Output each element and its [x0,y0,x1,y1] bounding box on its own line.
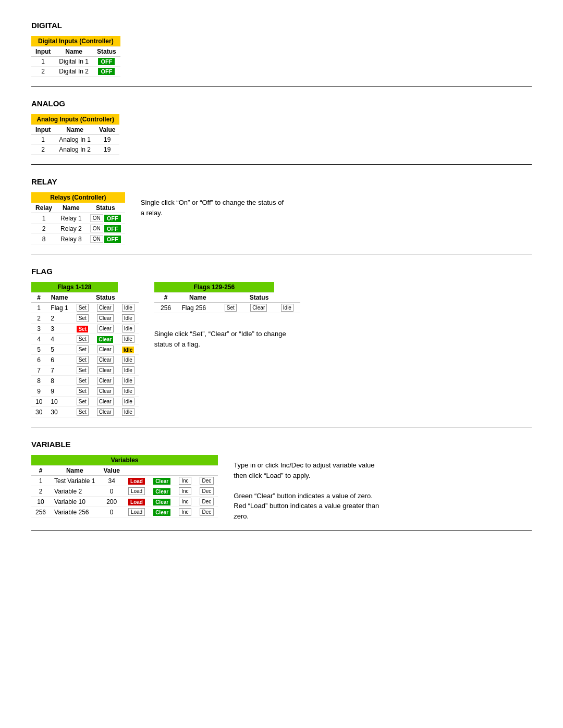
table-row: 256 Flag 256 Set Clear Idle [154,303,300,313]
flag-clear-btn[interactable]: Clear [97,314,114,322]
analog-title: ANALOG [31,99,532,108]
digital-col-name: Name [55,47,93,57]
var-load-btn[interactable]: Load [128,478,145,485]
flag-clear-btn[interactable]: Clear [97,387,114,395]
digital-col-input: Input [31,47,55,57]
flag-idle-btn[interactable]: Idle [281,304,293,312]
relay-on-btn[interactable]: ON [90,214,103,222]
flag-clear-btn[interactable]: Clear [97,336,113,343]
digital-section: DIGITAL Digital Inputs (Controller) Inpu… [31,21,532,87]
flag-idle-btn[interactable]: Idle [122,347,134,353]
var-dec-btn[interactable]: Dec [200,477,214,485]
flag-set-btn[interactable]: Set [77,377,89,385]
flag-set-btn[interactable]: Set [77,408,89,416]
digital-input: 2 [31,67,55,77]
flag1-clear-cell: Clear [93,334,118,344]
status-badge[interactable]: OFF [98,68,115,75]
flag-idle-btn[interactable]: Idle [122,314,134,322]
digital-table: Digital Inputs (Controller) Input Name S… [31,36,120,77]
flag1-clear-cell: Clear [93,303,118,313]
table-row: 8 8 Set Clear Idle [31,376,139,386]
table-row: 9 9 Set Clear Idle [31,386,139,397]
flag-set-btn[interactable]: Set [77,398,89,405]
flag-clear-btn[interactable]: Clear [97,408,114,416]
flag-clear-btn[interactable]: Clear [97,366,114,374]
digital-col-status: Status [93,47,120,57]
flag-set-btn[interactable]: Set [77,304,89,312]
flag1-col-status: Status [72,293,139,303]
var-col-actions [124,466,218,476]
flag1-num: 1 [31,303,46,313]
flag-set-btn[interactable]: Set [77,387,89,395]
table-row: 3 3 Set Clear Idle [31,324,139,334]
relay-title: RELAY [31,177,532,186]
flag1-name: 9 [46,386,72,397]
relay-off-btn[interactable]: OFF [104,236,121,243]
var-dec-btn[interactable]: Dec [200,487,214,495]
flag-idle-btn[interactable]: Idle [122,408,134,416]
var-load-cell: Load [124,476,149,486]
flag-clear-btn[interactable]: Clear [97,346,114,353]
analog-value: 19 [95,145,119,155]
var-clear-btn[interactable]: Clear [153,509,170,516]
var-load-btn[interactable]: Load [128,487,145,495]
flag-set-btn[interactable]: Set [77,326,88,332]
var-col-num: # [31,466,50,476]
var-load-btn[interactable]: Load [128,499,145,505]
flag-idle-btn[interactable]: Idle [122,398,134,405]
var-clear-btn[interactable]: Clear [153,488,170,495]
flag-idle-btn[interactable]: Idle [122,356,134,364]
table-row: 1 Digital In 1 OFF [31,57,120,67]
flag-clear-btn[interactable]: Clear [97,325,114,332]
variable-section: VARIABLE Variables # Name Value 1 Te [31,440,532,531]
var-num: 2 [31,486,50,497]
var-inc-btn[interactable]: Inc [179,477,191,485]
status-badge[interactable]: OFF [98,58,115,65]
table-row: 2 Relay 2 ON OFF [31,224,125,234]
flag-idle-btn[interactable]: Idle [122,366,134,374]
flag2-name: Flag 256 [177,303,218,313]
flag1-name: 4 [46,334,72,344]
flag-idle-btn[interactable]: Idle [122,377,134,385]
flag1-num: 10 [31,397,46,407]
flag-idle-btn[interactable]: Idle [122,335,134,343]
flag-idle-btn[interactable]: Idle [122,304,134,312]
flag1-set-cell: Set [72,313,93,324]
flag1-idle-cell: Idle [118,324,139,334]
var-dec-btn[interactable]: Dec [200,508,214,516]
relay-table-header: Relays (Controller) [31,192,125,203]
table-row: 2 Analog In 2 19 [31,145,119,155]
flag1-idle-cell: Idle [118,386,139,397]
flag1-set-cell: Set [72,376,93,386]
analog-table-header: Analog Inputs (Controller) [31,114,119,125]
var-inc-btn[interactable]: Inc [179,508,191,516]
var-load-btn[interactable]: Load [128,508,145,516]
var-clear-btn[interactable]: Clear [153,478,170,485]
var-dec-btn[interactable]: Dec [200,498,214,505]
flag-clear-btn[interactable]: Clear [97,377,114,385]
flag-set-btn[interactable]: Set [77,346,89,353]
flag-set-btn[interactable]: Set [77,335,89,343]
flag-idle-btn[interactable]: Idle [122,387,134,395]
flag-clear-btn[interactable]: Clear [97,398,114,405]
flag-set-btn[interactable]: Set [77,314,89,322]
relay-on-btn[interactable]: ON [90,235,103,243]
relay-section: RELAY Relays (Controller) Relay Name Sta… [31,177,532,254]
flag-clear-btn[interactable]: Clear [97,356,114,364]
relay-off-btn[interactable]: OFF [104,215,121,222]
flag-body: Flags 1-128 # Name Status 1 Flag 1 Set C… [31,282,532,417]
table-row: 30 30 Set Clear Idle [31,407,139,417]
flag-clear-btn[interactable]: Clear [250,304,267,312]
var-clear-btn[interactable]: Clear [153,499,170,505]
flag-set-btn[interactable]: Set [77,356,89,364]
flag-set-btn[interactable]: Set [225,304,237,312]
flag-set-btn[interactable]: Set [77,366,89,374]
var-inc-btn[interactable]: Inc [179,487,191,495]
var-name: Variable 10 [50,497,100,507]
var-inc-btn[interactable]: Inc [179,498,191,505]
flag-idle-btn[interactable]: Idle [122,325,134,332]
relay-off-btn[interactable]: OFF [104,225,121,232]
relay-on-btn[interactable]: ON [90,225,103,232]
flag1-clear-cell: Clear [93,397,118,407]
flag-clear-btn[interactable]: Clear [97,304,114,312]
